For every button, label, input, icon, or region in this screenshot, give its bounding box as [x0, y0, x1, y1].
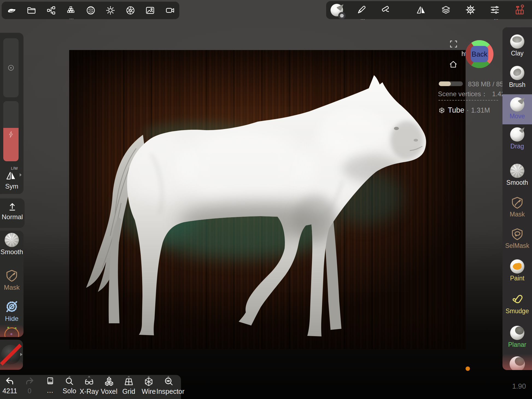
notification-dot: [466, 366, 470, 371]
hide-quick-button[interactable]: Hide: [0, 300, 24, 322]
mesh-vertex-count: 1.31M: [471, 106, 490, 114]
voxel-button[interactable]: Voxel: [99, 377, 119, 395]
redo-count: 0: [20, 387, 39, 395]
normal-label: Normal: [0, 213, 25, 221]
camera-button[interactable]: [162, 3, 178, 18]
lightning-icon: [7, 131, 15, 138]
no-material-panel[interactable]: [0, 340, 23, 370]
app-version: 1.90: [512, 382, 526, 391]
radius-slider[interactable]: [3, 38, 19, 97]
mask-shield-icon: [5, 269, 19, 283]
material-expand-caret[interactable]: [20, 353, 22, 356]
tool-clay[interactable]: Clay: [502, 34, 532, 57]
app-screen: ht Back 838 MB / 857 M Scene vertices： 1…: [0, 0, 532, 399]
hide-quick-label: Hide: [0, 315, 24, 322]
mesh-row[interactable]: Tube · 1.31M: [439, 106, 490, 115]
mask-tool-shield-icon: [510, 196, 524, 210]
falloff-panel[interactable]: Normal: [0, 198, 25, 228]
symmetry-button[interactable]: [413, 2, 429, 17]
tool-brush[interactable]: Brush: [502, 66, 532, 89]
history-notes-button[interactable]: …: [40, 377, 60, 394]
xray-label: X-Ray: [79, 388, 99, 395]
radius-icon: [7, 64, 15, 72]
tool-mask[interactable]: Mask: [502, 196, 532, 218]
paint-roller-icon: [381, 5, 391, 15]
smooth-quick-label: Smooth: [0, 248, 24, 256]
tool-label: Planar: [502, 341, 532, 348]
settings-button[interactable]: [463, 2, 478, 17]
material-button[interactable]: [329, 2, 344, 18]
scene-vertices-label: Scene vertices：: [438, 90, 487, 98]
adjust-sliders-icon: [490, 5, 500, 15]
fullscreen-button[interactable]: [449, 40, 458, 48]
memory-bar: [439, 81, 463, 86]
paint-settings-button[interactable]: [378, 2, 394, 17]
tool-label: Drag: [502, 143, 532, 150]
undo-count: 4211: [0, 387, 20, 395]
settings-gear-icon: [465, 5, 476, 15]
tool-selmask[interactable]: SelMask: [502, 227, 532, 250]
grid-label: Grid: [119, 388, 139, 395]
background-button[interactable]: [142, 3, 158, 18]
gizmo-partial-icon[interactable]: [4, 327, 19, 337]
tool-planar[interactable]: Planar: [502, 326, 532, 348]
sculpt-viewport[interactable]: [69, 50, 466, 349]
matcap-button[interactable]: [83, 3, 98, 18]
stroke-more: …: [360, 17, 366, 19]
multires-button[interactable]: …: [63, 3, 78, 18]
node-graph-icon: [46, 5, 56, 15]
wire-button[interactable]: Wire: [139, 377, 159, 395]
solo-label: Solo: [60, 387, 79, 395]
toolbox-button[interactable]: [512, 2, 527, 17]
planar-sphere-icon: [510, 326, 524, 340]
video-camera-icon: [165, 5, 175, 15]
files-button[interactable]: [24, 3, 39, 18]
tool-drag[interactable]: Drag: [502, 127, 532, 150]
home-view-button[interactable]: [449, 60, 458, 69]
interface-sliders-button[interactable]: …: [487, 2, 502, 17]
fullscreen-icon: [449, 40, 458, 48]
wire-label: Wire: [139, 388, 159, 395]
toolbox-icon: [514, 4, 525, 15]
brush-sphere-icon: [510, 66, 524, 80]
smudge-finger-icon: [510, 293, 524, 306]
tool-move[interactable]: Move: [502, 97, 532, 120]
tool-label: Smudge: [502, 307, 532, 315]
layers-button[interactable]: [438, 2, 454, 17]
tool-paint[interactable]: Paint: [502, 259, 532, 282]
tool-partial-next[interactable]: [502, 356, 532, 370]
mirror-symmetry-icon: [416, 5, 426, 15]
sym-button[interactable]: L/W Sym: [0, 166, 24, 190]
tool-label: Smooth: [502, 179, 532, 186]
view-navigation-sphere[interactable]: Back: [464, 39, 495, 69]
inspector-button[interactable]: Inspector: [156, 377, 181, 395]
undo-button[interactable]: 4211: [0, 377, 20, 395]
undo-icon: [5, 377, 15, 386]
tool-label: Move: [502, 113, 532, 120]
smooth-quick-button[interactable]: Smooth: [0, 233, 24, 256]
partial-sphere-icon: [510, 356, 525, 370]
normal-button[interactable]: Normal: [0, 202, 25, 221]
smooth-sphere-icon: [5, 233, 19, 247]
svg-text:Back: Back: [472, 50, 488, 58]
inspector-label: Inspector: [156, 388, 181, 395]
xray-button[interactable]: X-Ray: [79, 377, 99, 395]
sculpt-logo-button[interactable]: [4, 3, 19, 18]
solo-button[interactable]: Solo: [60, 377, 79, 395]
solo-magnifier-icon: [65, 377, 74, 386]
intensity-slider[interactable]: [3, 101, 19, 161]
voxel-label: Voxel: [99, 388, 119, 395]
tool-smudge[interactable]: Smudge: [502, 293, 532, 315]
lighting-sun-icon: [106, 5, 115, 15]
grid-button[interactable]: Grid: [119, 377, 139, 395]
scene-graph-button[interactable]: [43, 3, 59, 18]
mask-quick-button[interactable]: Mask: [0, 269, 24, 291]
sym-expand-caret[interactable]: [20, 173, 22, 177]
postprocess-button[interactable]: [123, 3, 138, 18]
multires-more: …: [69, 17, 74, 19]
lighting-button[interactable]: [103, 3, 118, 18]
stroke-button[interactable]: …: [354, 2, 369, 17]
redo-button[interactable]: 0: [20, 377, 39, 395]
tool-smooth[interactable]: Smooth: [502, 164, 532, 186]
notes-more: …: [40, 386, 60, 394]
